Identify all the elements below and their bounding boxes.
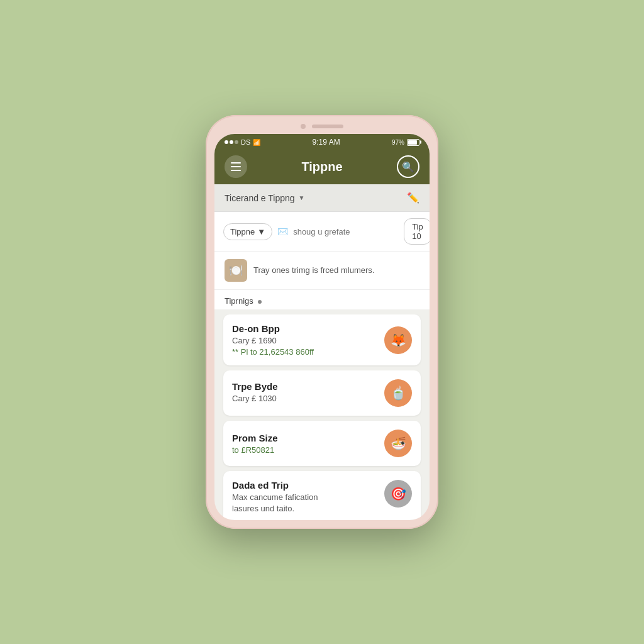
- section-header: Ticerand e Tippng ▼ ✏️: [214, 184, 430, 212]
- drink-icon: 🍵: [391, 386, 406, 401]
- card-content: Trpe Byde Cary £ 1030: [232, 381, 378, 405]
- animal-icon: 🦊: [391, 333, 406, 348]
- card-content: Prom Size to £R50821: [232, 433, 378, 455]
- status-left: DS 📶: [225, 138, 260, 146]
- filter-icon: ✉️: [277, 226, 288, 236]
- card-icon: 🍜: [384, 430, 412, 457]
- filter-type-label: Tippne: [230, 227, 255, 236]
- filter-bar: Tippne ▼ ✉️ Tip 10: [214, 212, 430, 252]
- list-item[interactable]: Prom Size to £R50821 🍜: [223, 421, 421, 466]
- dot3: [235, 140, 238, 144]
- list-item[interactable]: Trpe Byde Cary £ 1030 🍵: [223, 370, 421, 416]
- app-title: Tippne: [301, 160, 342, 174]
- tippings-section-label: Tiprnigs: [214, 290, 430, 309]
- card-title: De-on Bpp: [232, 323, 378, 334]
- search-button[interactable]: 🔍: [397, 155, 419, 178]
- list-item[interactable]: Dada ed Trip Max cancume fafication lasu…: [223, 471, 421, 520]
- tippings-text: Tiprnigs: [225, 296, 253, 306]
- battery-pct-label: 97%: [392, 139, 404, 146]
- card-title: Prom Size: [232, 433, 378, 443]
- carrier-label: DS: [241, 138, 250, 146]
- phone-frame: DS 📶 9:19 AM 97% Tippne 🔍: [206, 115, 438, 529]
- tip-badge: Tip 10: [404, 218, 430, 245]
- phone-screen: DS 📶 9:19 AM 97% Tippne 🔍: [214, 134, 430, 520]
- food-icon: 🍜: [391, 436, 406, 451]
- hamburger-line2: [231, 166, 241, 167]
- section-title: Ticerand e Tippng: [225, 193, 295, 203]
- card-partial-content: Dada ed Trip Max cancume fafication lasu…: [232, 480, 378, 515]
- target-icon: 🎯: [391, 486, 406, 501]
- dot1: [225, 140, 228, 144]
- wifi-icon: 📶: [253, 139, 260, 146]
- clock: 9:19 AM: [313, 138, 340, 147]
- signal-dots: [225, 140, 238, 144]
- phone-speaker: [312, 125, 343, 128]
- card-icon: 🍵: [384, 379, 412, 407]
- card-subtitle: Cary £ 1690: [232, 336, 378, 345]
- status-right: 97%: [392, 139, 419, 146]
- card-value: ** Pl to 21,62543 860ff: [232, 347, 378, 357]
- card-subtitle-2: lasures und taito.: [232, 504, 378, 513]
- card-subtitle: Cary £ 1030: [232, 394, 378, 403]
- card-icon: 🦊: [384, 326, 412, 354]
- card-title: Dada ed Trip: [232, 480, 378, 491]
- hamburger-line1: [231, 162, 241, 164]
- card-title: Trpe Byde: [232, 381, 378, 392]
- search-input[interactable]: [293, 227, 399, 236]
- status-bar: DS 📶 9:19 AM 97%: [214, 134, 430, 149]
- search-icon: 🔍: [402, 161, 414, 173]
- edit-icon[interactable]: ✏️: [407, 192, 419, 204]
- card-value: to £R50821: [232, 445, 378, 455]
- card-icon: 🎯: [384, 480, 412, 508]
- hamburger-line3: [231, 170, 241, 171]
- list-item[interactable]: De-on Bpp Cary £ 1690 ** Pl to 21,62543 …: [223, 314, 421, 365]
- menu-button[interactable]: [225, 155, 247, 178]
- phone-top-notch: [214, 124, 430, 129]
- tippings-dot: [258, 300, 262, 304]
- info-section: 🍽️ Tray ones trimg is frced mlumers.: [214, 252, 430, 290]
- cards-container: De-on Bpp Cary £ 1690 ** Pl to 21,62543 …: [214, 309, 430, 471]
- info-text: Tray ones trimg is frced mlumers.: [253, 265, 374, 276]
- chevron-down-icon: ▼: [299, 194, 305, 201]
- section-title-row[interactable]: Ticerand e Tippng ▼: [225, 193, 304, 203]
- battery-icon: [407, 139, 419, 146]
- dot2: [230, 140, 233, 144]
- battery-fill: [408, 140, 417, 145]
- filter-chevron-icon: ▼: [257, 227, 265, 236]
- front-camera: [301, 124, 306, 129]
- card-content: De-on Bpp Cary £ 1690 ** Pl to 21,62543 …: [232, 323, 378, 357]
- card-subtitle: Max cancume fafication: [232, 492, 378, 502]
- info-thumbnail: 🍽️: [225, 259, 247, 282]
- filter-type-button[interactable]: Tippne ▼: [223, 223, 272, 240]
- nav-bar: Tippne 🔍: [214, 149, 430, 184]
